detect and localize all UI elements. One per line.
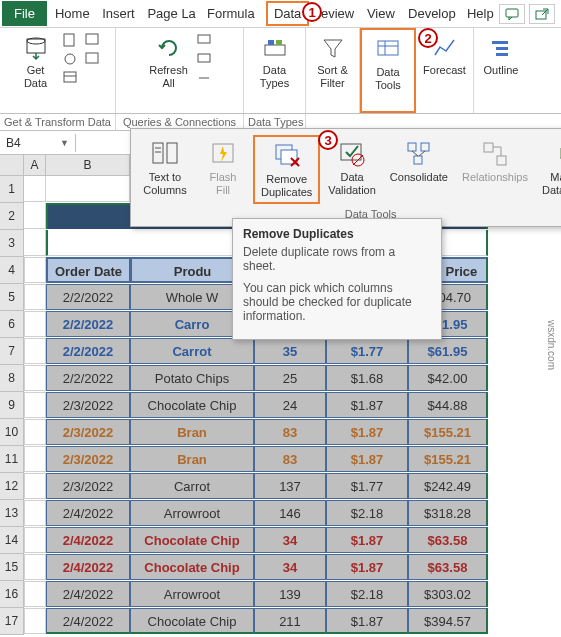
table-row: 112/3/2022Bran83$1.87$155.21 <box>0 446 561 473</box>
sort-filter-icon <box>319 34 347 62</box>
recent-sources-icon[interactable] <box>84 32 102 48</box>
text-to-columns-button[interactable]: Text to Columns <box>137 135 193 204</box>
relationships-button[interactable]: Relationships <box>456 135 534 204</box>
data-types-button[interactable]: Data Types <box>253 32 297 91</box>
edit-links-icon[interactable] <box>196 70 214 86</box>
svg-rect-31 <box>408 143 416 151</box>
outline-button[interactable]: Outline <box>479 32 523 79</box>
from-web-icon[interactable] <box>62 51 80 67</box>
col-header-b[interactable]: B <box>46 155 130 175</box>
text-to-columns-icon <box>150 139 180 169</box>
svg-rect-0 <box>506 9 518 17</box>
outline-icon <box>487 34 515 62</box>
svg-rect-33 <box>414 156 422 164</box>
svg-rect-9 <box>86 53 98 63</box>
col-header-a[interactable]: A <box>24 155 46 175</box>
properties-icon[interactable] <box>196 51 214 67</box>
watermark: wsxdn.com <box>546 320 557 370</box>
existing-connections-icon[interactable] <box>84 51 102 67</box>
svg-rect-8 <box>86 34 98 44</box>
table-row: 92/3/2022Chocolate Chip24$1.87$44.88 <box>0 392 561 419</box>
callout-1: 1 <box>302 2 322 22</box>
table-row: 142/4/2022Chocolate Chip34$1.87$63.58 <box>0 527 561 554</box>
table-row: 82/2/2022Potato Chips25$1.68$42.00 <box>0 365 561 392</box>
name-box[interactable]: B4▼ <box>0 134 76 152</box>
svg-rect-21 <box>153 143 163 163</box>
sort-filter-button[interactable]: Sort & Filter <box>311 32 355 91</box>
get-data-icon <box>22 34 50 62</box>
svg-rect-11 <box>198 54 210 62</box>
tab-developer[interactable]: Develop <box>400 1 459 26</box>
comment-icon <box>505 8 519 20</box>
data-types-icon <box>261 34 289 62</box>
remove-duplicates-button[interactable]: Remove Duplicates <box>253 135 320 204</box>
data-tools-button[interactable]: Data Tools <box>366 34 410 93</box>
svg-rect-4 <box>64 34 74 46</box>
svg-rect-22 <box>167 143 177 163</box>
refresh-icon <box>155 34 183 62</box>
tab-page-layout[interactable]: Page La <box>139 1 199 26</box>
chevron-down-icon: ▼ <box>60 138 69 148</box>
from-table-icon[interactable] <box>62 70 80 86</box>
get-data-mini-buttons-2 <box>84 32 102 67</box>
tab-view[interactable]: View <box>359 1 400 26</box>
flash-fill-button[interactable]: Flash Fill <box>195 135 251 204</box>
tab-insert[interactable]: Insert <box>94 1 139 26</box>
table-row: 132/4/2022Arrowroot146$2.18$318.28 <box>0 500 561 527</box>
manage-data-model-icon <box>555 139 561 169</box>
get-data-button[interactable]: Get Data <box>14 32 58 91</box>
refresh-all-button[interactable]: Refresh All <box>145 32 192 91</box>
svg-rect-12 <box>265 45 285 55</box>
table-row: 172/4/2022Chocolate Chip211$1.87$394.57 <box>0 608 561 635</box>
callout-3: 3 <box>318 130 338 150</box>
queries-icon[interactable] <box>196 32 214 48</box>
table-row: 72/2/2022Carrot35$1.77$61.95 <box>0 338 561 365</box>
from-text-icon[interactable] <box>62 32 80 48</box>
menubar: File Home Insert Page La Formula Data ev… <box>0 0 561 28</box>
svg-rect-18 <box>492 41 508 44</box>
data-validation-icon <box>337 139 367 169</box>
remove-duplicates-tooltip: Remove Duplicates Delete duplicate rows … <box>232 218 442 340</box>
comments-button[interactable] <box>499 4 525 24</box>
file-tab[interactable]: File <box>2 1 47 26</box>
svg-rect-35 <box>497 156 506 165</box>
consolidate-icon <box>404 139 434 169</box>
svg-rect-34 <box>484 143 493 152</box>
svg-rect-32 <box>421 143 429 151</box>
svg-rect-13 <box>268 40 274 45</box>
svg-rect-20 <box>496 53 508 56</box>
share-icon <box>535 8 549 20</box>
share-button[interactable] <box>529 4 555 24</box>
svg-rect-10 <box>198 35 210 43</box>
svg-point-5 <box>65 54 75 64</box>
manage-data-model-button[interactable]: Manage Data Model <box>536 135 561 204</box>
tab-formulas[interactable]: Formula <box>199 1 258 26</box>
queries-mini <box>196 32 214 86</box>
data-tools-icon <box>374 36 402 64</box>
svg-rect-6 <box>64 72 76 82</box>
remove-duplicates-icon <box>272 141 302 171</box>
data-tools-panel: Text to Columns Flash Fill Remove Duplic… <box>130 128 561 227</box>
callout-2: 2 <box>418 28 438 48</box>
svg-rect-2 <box>27 39 45 53</box>
svg-rect-19 <box>496 47 508 50</box>
relationships-icon <box>480 139 510 169</box>
tab-help[interactable]: Help <box>459 1 499 26</box>
table-row: 152/4/2022Chocolate Chip34$1.87$63.58 <box>0 554 561 581</box>
header-order-date[interactable]: Order Date <box>46 257 130 283</box>
svg-rect-14 <box>276 40 282 45</box>
svg-rect-15 <box>378 41 398 55</box>
table-row: 162/4/2022Arrowroot139$2.18$303.02 <box>0 581 561 608</box>
get-data-mini-buttons <box>62 32 80 86</box>
flash-fill-icon <box>208 139 238 169</box>
tab-home[interactable]: Home <box>47 1 94 26</box>
select-all-corner[interactable] <box>0 155 24 175</box>
table-row: 122/3/2022Carrot137$1.77$242.49 <box>0 473 561 500</box>
consolidate-button[interactable]: Consolidate <box>384 135 454 204</box>
ribbon: Get Data Refresh All <box>0 28 561 114</box>
table-row: 102/3/2022Bran83$1.87$155.21 <box>0 419 561 446</box>
